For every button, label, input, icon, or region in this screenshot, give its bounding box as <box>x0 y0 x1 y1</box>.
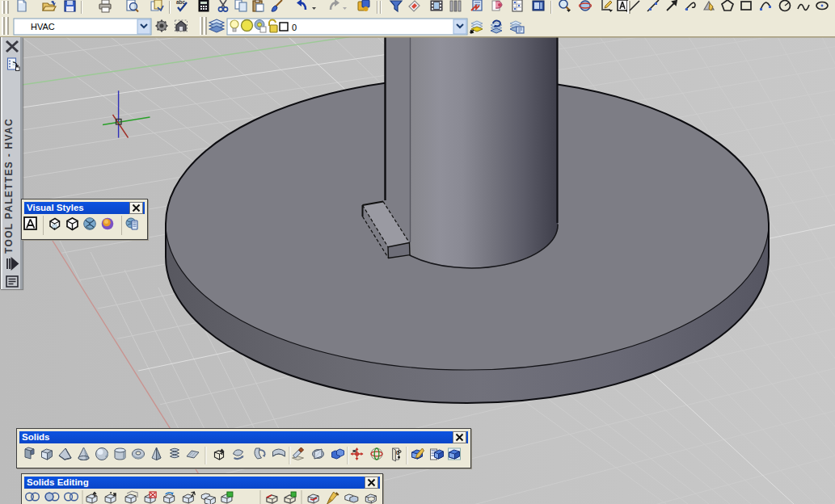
svg-text:HVAC: HVAC <box>31 22 55 32</box>
svg-text:abc: abc <box>176 0 186 5</box>
svg-text:0: 0 <box>292 23 297 32</box>
